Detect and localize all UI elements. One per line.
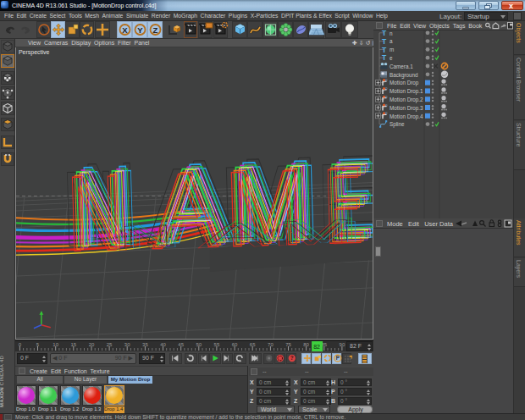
svg-text:Motion Drop.3: Motion Drop.3 <box>390 105 423 112</box>
svg-text:?: ? <box>290 355 294 361</box>
svg-text:T: T <box>382 53 387 62</box>
svg-text:Spline: Spline <box>390 121 405 128</box>
svg-text:a: a <box>390 38 393 44</box>
svg-text:T: T <box>382 37 387 46</box>
svg-text:Motion Drop: Motion Drop <box>390 80 419 86</box>
svg-text:82: 82 <box>313 344 320 350</box>
svg-text:90: 90 <box>340 342 345 347</box>
svg-text:e: e <box>390 55 393 61</box>
svg-text:10: 10 <box>52 342 58 347</box>
svg-text:Z: Z <box>153 25 158 35</box>
svg-text:Motion Drop.1: Motion Drop.1 <box>390 88 423 95</box>
svg-text:o: o <box>385 111 388 115</box>
svg-text:0: 0 <box>19 342 22 347</box>
svg-text:n: n <box>390 30 393 36</box>
svg-text:5: 5 <box>36 342 40 347</box>
svg-text:o: o <box>385 95 388 99</box>
svg-text:70: 70 <box>268 342 274 347</box>
svg-text:15: 15 <box>70 342 76 347</box>
svg-text:Perspective: Perspective <box>19 49 49 56</box>
svg-text:50: 50 <box>196 342 202 347</box>
svg-text:75: 75 <box>285 342 291 347</box>
svg-text:40: 40 <box>160 342 166 347</box>
svg-text:Motion Drop.2: Motion Drop.2 <box>390 97 423 103</box>
svg-text:P: P <box>336 355 340 361</box>
svg-text:T: T <box>382 46 387 54</box>
svg-text:o: o <box>385 78 388 82</box>
svg-text:Background: Background <box>390 72 418 79</box>
svg-text:35: 35 <box>142 342 148 347</box>
svg-text:80: 80 <box>303 342 309 347</box>
svg-text:Motion Drop.4: Motion Drop.4 <box>390 113 423 120</box>
svg-text:25: 25 <box>107 342 113 347</box>
svg-text:20: 20 <box>89 342 95 347</box>
svg-text:o: o <box>385 103 388 108</box>
svg-text:m: m <box>390 47 394 52</box>
svg-text:o: o <box>385 86 388 91</box>
svg-text:T: T <box>382 29 387 37</box>
svg-text:45: 45 <box>178 342 184 347</box>
svg-text:65: 65 <box>250 342 256 347</box>
svg-text:X: X <box>122 25 128 35</box>
svg-text:Camera.1: Camera.1 <box>390 64 413 69</box>
svg-text:Y: Y <box>137 25 143 35</box>
svg-text:60: 60 <box>232 342 238 347</box>
svg-text:55: 55 <box>214 342 220 347</box>
svg-text:30: 30 <box>124 342 130 347</box>
